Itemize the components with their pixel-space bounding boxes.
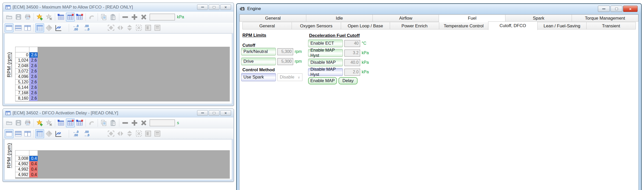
table-header-cell[interactable] bbox=[29, 151, 38, 156]
rpm-cell[interactable]: 5,120 bbox=[15, 80, 29, 85]
decimal-increase-icon[interactable]: .00→.0 bbox=[81, 129, 92, 138]
value-cell[interactable]: 2.6 bbox=[29, 74, 38, 80]
field-value[interactable]: 40 bbox=[344, 40, 360, 47]
minimize-button[interactable] bbox=[598, 6, 610, 12]
table-view-icon[interactable] bbox=[35, 129, 44, 138]
tab-power-enrich[interactable]: Power Enrich bbox=[390, 22, 439, 29]
flip-vertical-icon[interactable] bbox=[125, 23, 134, 32]
surface-view-icon[interactable] bbox=[45, 129, 53, 138]
tab-spark[interactable]: Spark bbox=[505, 14, 572, 22]
copy-icon[interactable] bbox=[99, 13, 108, 21]
field-value[interactable]: 5,300 bbox=[277, 58, 293, 65]
open-icon[interactable] bbox=[5, 13, 13, 21]
chart-view-icon[interactable] bbox=[54, 129, 63, 138]
field-label-button[interactable]: Drive bbox=[241, 58, 276, 65]
clear-icon[interactable] bbox=[139, 118, 148, 127]
compare-table-blue-red-icon[interactable] bbox=[66, 13, 75, 21]
restore-button[interactable] bbox=[209, 4, 219, 10]
compare-table-red-icon[interactable] bbox=[75, 118, 84, 127]
tab-cutoff-dfco[interactable]: Cutoff, DFCO bbox=[488, 21, 538, 30]
minimize-button[interactable] bbox=[197, 4, 208, 10]
compare-table-red-icon[interactable] bbox=[75, 13, 84, 21]
flip-horizontal-icon[interactable] bbox=[107, 23, 115, 32]
undo-icon[interactable] bbox=[87, 118, 96, 127]
increment-icon[interactable] bbox=[130, 13, 139, 21]
engine-titlebar[interactable]: Engine × bbox=[237, 4, 641, 14]
value-cell[interactable]: 2.6 bbox=[29, 80, 38, 85]
tab-airflow[interactable]: Airflow bbox=[372, 14, 439, 22]
rpm-cell[interactable]: 0 bbox=[15, 52, 29, 58]
field-value[interactable]: 5,300 bbox=[277, 48, 293, 55]
rpm-cell[interactable]: 4,992 bbox=[15, 161, 29, 167]
table-header-cell[interactable] bbox=[15, 47, 29, 52]
table-view-icon[interactable] bbox=[35, 23, 44, 32]
compare-table-blue-icon[interactable] bbox=[57, 118, 65, 127]
table-header-cell[interactable] bbox=[29, 47, 38, 52]
tab-temperature-control[interactable]: Temperature Control bbox=[439, 22, 488, 29]
restore-button[interactable] bbox=[611, 6, 622, 12]
field-value[interactable]: 3.2 bbox=[344, 50, 360, 57]
field-label-button[interactable]: Disable MAP Hyst bbox=[308, 68, 343, 76]
save-icon[interactable] bbox=[14, 118, 23, 127]
favorite-remove-icon[interactable] bbox=[45, 13, 53, 21]
tab-lean-fuel-saving[interactable]: Lean / Fuel-Saving bbox=[537, 22, 587, 29]
tab-torque-management[interactable]: Torque Management bbox=[572, 14, 638, 22]
horizontal-split-icon[interactable] bbox=[14, 23, 23, 32]
value-cell[interactable]: 2.6 bbox=[29, 85, 38, 90]
open-icon[interactable] bbox=[5, 118, 13, 127]
tab-oxygen-sensors[interactable]: Oxygen Sensors bbox=[292, 22, 341, 29]
value-cell[interactable]: 0.4 bbox=[29, 172, 38, 178]
rpm-cell[interactable]: 7,168 bbox=[15, 90, 29, 96]
field-label-button[interactable]: Enable MAP Hyst bbox=[308, 49, 343, 57]
mirror-icon[interactable] bbox=[116, 129, 125, 138]
tab-open-loop-base[interactable]: Open Loop / Base bbox=[341, 22, 390, 29]
math-value-input[interactable] bbox=[150, 120, 175, 126]
window2-titlebar[interactable]: [ECM] 34502 - DFCO Activation Delay - [R… bbox=[3, 109, 234, 117]
rpm-cell[interactable]: 4,992 bbox=[15, 167, 29, 172]
decrement-icon[interactable] bbox=[121, 13, 130, 21]
flip-horizontal-icon[interactable] bbox=[107, 129, 115, 138]
value-cell[interactable]: 2.6 bbox=[29, 69, 38, 74]
decrement-icon[interactable] bbox=[121, 118, 130, 127]
field-label-button[interactable]: Use Spark bbox=[241, 73, 276, 81]
field-value[interactable]: 40.0 bbox=[344, 59, 360, 66]
favorite-add-icon[interactable] bbox=[35, 13, 44, 21]
undo-icon[interactable] bbox=[87, 13, 96, 21]
field-label-button[interactable]: Disable MAP bbox=[308, 59, 343, 66]
transpose-icon[interactable] bbox=[134, 23, 143, 32]
control-method-dropdown[interactable]: Disable ∨ bbox=[277, 73, 302, 81]
transpose-icon[interactable] bbox=[134, 129, 143, 138]
value-cell[interactable]: 2.6 bbox=[29, 52, 38, 58]
close-button[interactable]: × bbox=[220, 110, 231, 116]
value-cell[interactable]: 2.6 bbox=[29, 58, 38, 63]
tab-transient[interactable]: Transient bbox=[586, 22, 636, 29]
single-pane-icon[interactable] bbox=[5, 23, 13, 32]
paste-icon[interactable] bbox=[109, 13, 117, 21]
delay-button[interactable]: Delay bbox=[338, 77, 358, 84]
chart-view-icon[interactable] bbox=[54, 23, 63, 32]
tab-fuel[interactable]: Fuel bbox=[439, 14, 505, 22]
rpm-cell[interactable]: 6,144 bbox=[15, 85, 29, 90]
decimal-increase-icon[interactable]: .00→.0 bbox=[81, 23, 92, 32]
fill-top-icon[interactable] bbox=[153, 129, 162, 138]
compare-table-blue-red-icon[interactable] bbox=[66, 118, 75, 127]
value-cell[interactable]: 0.4 bbox=[29, 167, 38, 172]
paste-icon[interactable] bbox=[109, 118, 117, 127]
field-value[interactable]: 2.0 bbox=[344, 69, 360, 76]
half-fill-icon[interactable] bbox=[144, 23, 152, 32]
tab-general[interactable]: General bbox=[240, 14, 306, 22]
vertical-split-icon[interactable] bbox=[23, 23, 32, 32]
favorite-remove-icon[interactable] bbox=[45, 118, 53, 127]
rpm-cell[interactable]: 4,992 bbox=[15, 172, 29, 178]
fill-top-icon[interactable] bbox=[153, 23, 162, 32]
decimal-decrease-icon[interactable]: ←.0.00 bbox=[71, 23, 81, 32]
tab-fuel-general[interactable]: General bbox=[242, 22, 292, 29]
print-icon[interactable] bbox=[23, 13, 32, 21]
value-cell[interactable]: 2.6 bbox=[29, 63, 38, 69]
increment-icon[interactable] bbox=[130, 118, 139, 127]
flip-vertical-icon[interactable] bbox=[125, 129, 134, 138]
close-button[interactable]: × bbox=[623, 6, 638, 12]
rpm-cell[interactable]: 3,008 bbox=[15, 156, 29, 161]
print-icon[interactable] bbox=[23, 118, 32, 127]
window1-titlebar[interactable]: [ECM] 34500 - Maximum MAP to Allow DFCO … bbox=[3, 3, 234, 12]
